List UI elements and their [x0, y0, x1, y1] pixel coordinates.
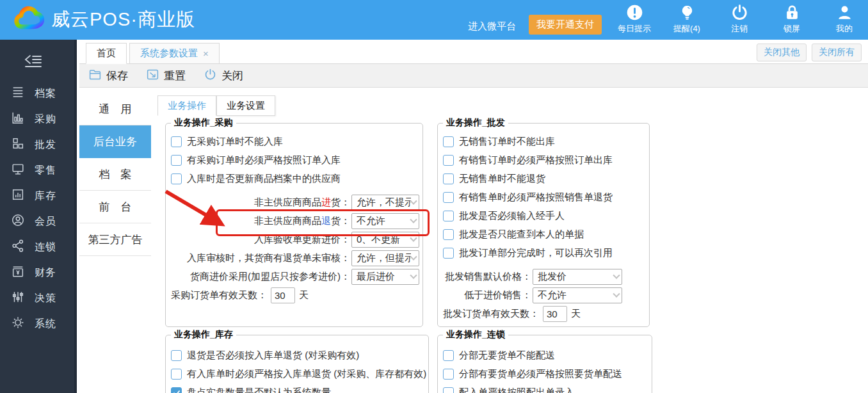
chevron-down-icon	[613, 271, 620, 278]
close-all-button[interactable]: 关闭所有	[812, 44, 862, 61]
subnav-item-frontend[interactable]: 前 台	[79, 191, 151, 223]
sidebar-item-wholesale[interactable]: 批发	[0, 132, 74, 157]
share-nodes-icon	[11, 239, 25, 255]
tab-actions: 关闭其他 关闭所有	[757, 44, 862, 61]
subnav-item-backend-business[interactable]: 后台业务	[79, 125, 151, 158]
sidebar-item-members[interactable]: 会员	[0, 209, 74, 234]
sidebar-item-chain[interactable]: 连锁	[0, 234, 74, 260]
save-button[interactable]: 保存	[88, 68, 128, 84]
check-row: 盘点实盘数量是否默认为系统数量	[166, 383, 428, 393]
sidebar-collapse-button[interactable]	[24, 54, 74, 72]
lock-screen-button[interactable]: 锁屏	[772, 4, 812, 35]
dropdown-audit-pending-return[interactable]: 允许，但提示	[351, 250, 419, 266]
checkbox[interactable]	[171, 173, 182, 184]
dropdown-nonprimary-purchase[interactable]: 允许，不提示	[351, 195, 419, 211]
lock-screen-label: 锁屏	[784, 23, 800, 35]
my-account-label: 我的	[836, 23, 853, 35]
subnav-item-archives[interactable]: 档 案	[79, 158, 151, 191]
panel-legend: 业务操作_连锁	[443, 329, 508, 341]
tab-business-settings[interactable]: 业务设置	[216, 95, 275, 116]
select-row-nonprimary-return: 非主供应商商品退货： 不允许	[166, 212, 422, 230]
close-others-button[interactable]: 关闭其他	[757, 44, 807, 61]
app-title: 威云POS·商业版	[51, 7, 195, 33]
document-tabstrip: 首页 系统参数设置 × 关闭其他 关闭所有	[79, 40, 868, 64]
check-row: 批发是否只能查到本人的单据	[438, 225, 649, 244]
check-row: 有入库单时必须严格按入库单退货 (对采购、库存都有效)	[166, 365, 428, 383]
check-row: 无销售单时不能退货	[438, 170, 649, 188]
reminders-label: 提醒(4)	[673, 23, 700, 35]
panel-stock-operations: 业务操作_库存 退货是否必须按入库单退货 (对采购有效) 有入库单时必须严格按入…	[165, 335, 429, 393]
check-row: 有销售单时必须严格按照销售单退货	[438, 188, 649, 207]
inventory-chart-icon	[11, 188, 25, 204]
checkbox[interactable]	[171, 369, 182, 380]
dropdown-default-price[interactable]: 批发价	[533, 269, 622, 285]
sidebar-item-inventory[interactable]: 库存	[0, 183, 74, 209]
power-close-icon	[204, 68, 217, 84]
checkbox[interactable]	[443, 211, 454, 221]
reset-icon	[146, 68, 159, 84]
checkbox[interactable]	[171, 136, 182, 147]
checkbox[interactable]	[443, 229, 454, 240]
checkbox[interactable]	[443, 192, 454, 203]
tab-business-operation[interactable]: 业务操作	[157, 95, 216, 116]
tab-home[interactable]: 首页	[86, 43, 127, 64]
reminders-button[interactable]: 提醒(4)	[667, 4, 707, 35]
select-row-below-cost-sale: 低于进价销售： 不允许	[438, 286, 649, 305]
app-root: 威云POS·商业版 进入微平台 我要开通支付 每日提示	[0, 0, 868, 393]
check-row: 无销售订单时不能出库	[438, 132, 649, 151]
enter-micro-platform-link[interactable]: 进入微平台	[468, 20, 516, 33]
folder-icon	[88, 68, 102, 84]
sidebar-item-archives[interactable]: 档案	[0, 81, 74, 106]
sidebar-item-system[interactable]: 系统	[0, 311, 74, 337]
checkbox[interactable]	[171, 155, 182, 166]
close-button[interactable]: 关闭	[204, 68, 243, 84]
power-icon	[731, 4, 748, 21]
lock-icon	[784, 4, 801, 21]
sidebar-item-decision[interactable]: 决策	[0, 285, 74, 311]
check-row: 入库时是否更新商品档案中的供应商	[166, 170, 422, 188]
logout-button[interactable]: 注销	[719, 4, 759, 35]
archive-icon	[11, 85, 25, 102]
checkbox[interactable]	[443, 369, 454, 380]
chevron-down-icon	[410, 271, 417, 278]
dropdown-below-cost-sale[interactable]: 不允许	[533, 287, 622, 303]
cloud-logo-icon	[13, 6, 46, 34]
check-row: 无采购订单时不能入库	[166, 132, 422, 151]
bar-chart-icon	[11, 111, 25, 127]
open-payment-button[interactable]: 我要开通支付	[529, 15, 602, 35]
checkbox[interactable]	[443, 350, 454, 361]
dropdown-nonprimary-return[interactable]: 不允许	[351, 213, 419, 229]
checkbox[interactable]	[443, 136, 454, 147]
sidebar-item-retail[interactable]: 零售	[0, 157, 74, 183]
dropdown-supplier-price-mode[interactable]: 最后进价	[351, 269, 419, 285]
chevron-down-icon	[410, 216, 417, 223]
tab-close-icon[interactable]: ×	[203, 48, 209, 59]
dropdown-receipt-price-update[interactable]: 0、不更新	[351, 232, 419, 248]
checkbox[interactable]	[443, 155, 454, 166]
tab-system-settings[interactable]: 系统参数设置 ×	[129, 43, 220, 64]
sidebar-item-purchase[interactable]: 采购	[0, 106, 74, 132]
subnav-item-thirdparty-ads[interactable]: 第三方广告	[79, 223, 151, 256]
check-row: 配入单严格按照配出单录入	[438, 383, 652, 393]
my-account-button[interactable]: 我的	[824, 4, 864, 35]
checkbox[interactable]	[443, 173, 454, 184]
check-row: 有采购订单时必须严格按照订单入库	[166, 151, 422, 170]
checkbox[interactable]	[443, 387, 454, 393]
chevron-down-icon	[410, 234, 417, 241]
check-row: 批发订单部分完成时，可以再次引用	[438, 244, 649, 262]
checkbox[interactable]	[443, 248, 454, 259]
blocks-icon	[11, 136, 25, 153]
purchase-valid-days-input[interactable]: 30	[271, 287, 295, 303]
checkbox-checked[interactable]	[171, 387, 182, 393]
member-icon	[11, 213, 25, 230]
daily-tips-button[interactable]: 每日提示	[615, 4, 654, 35]
wholesale-valid-days-input[interactable]: 30	[543, 306, 567, 322]
logout-label: 注销	[731, 23, 748, 35]
reset-button[interactable]: 重置	[146, 68, 186, 84]
top-header: 威云POS·商业版 进入微平台 我要开通支付 每日提示	[0, 0, 868, 40]
checkbox[interactable]	[171, 350, 182, 361]
subnav-item-general[interactable]: 通 用	[79, 93, 151, 125]
select-row-supplier-price-mode: 货商进价采用(加盟店只按参考进价)： 最后进价	[166, 268, 422, 286]
sidebar-item-finance[interactable]: 财务	[0, 260, 74, 285]
check-row: 分部有要货单必须严格按照要货单配送	[438, 365, 652, 383]
